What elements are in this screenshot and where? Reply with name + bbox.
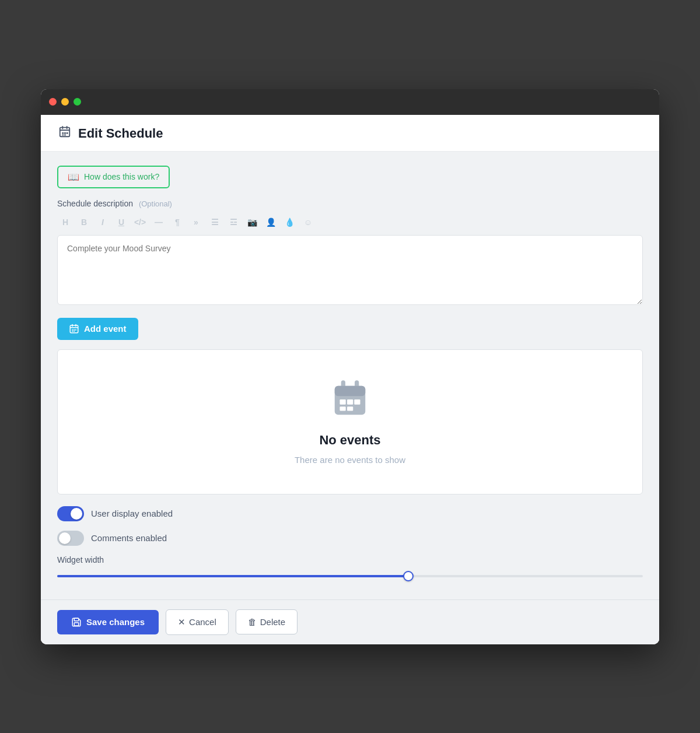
cancel-x-icon: ✕ bbox=[178, 617, 186, 627]
editor-toolbar: H B I U </> — ¶ » ☰ ☲ 📷 👤 💧 ☺ bbox=[57, 214, 643, 235]
bold-button[interactable]: B bbox=[76, 214, 92, 230]
empty-events-panel: No events There are no events to show bbox=[57, 349, 643, 494]
add-event-label: Add event bbox=[84, 324, 127, 334]
user-display-toggle-row: User display enabled bbox=[57, 506, 643, 521]
svg-rect-25 bbox=[354, 399, 360, 405]
titlebar bbox=[41, 89, 659, 115]
ordered-list-button[interactable]: ☲ bbox=[225, 214, 242, 230]
heading-button[interactable]: H bbox=[57, 214, 74, 230]
svg-rect-23 bbox=[340, 399, 346, 405]
help-button-label: How does this work? bbox=[84, 172, 159, 181]
save-button[interactable]: Save changes bbox=[57, 610, 159, 634]
header-calendar-icon bbox=[58, 125, 71, 142]
italic-button[interactable]: I bbox=[94, 214, 111, 230]
user-button[interactable]: 👤 bbox=[262, 214, 279, 230]
svg-rect-26 bbox=[340, 406, 346, 411]
toggles-section: User display enabled Comments enabled Wi… bbox=[57, 494, 643, 588]
slider-fill bbox=[57, 575, 408, 577]
close-dot[interactable] bbox=[49, 98, 57, 106]
page-title: Edit Schedule bbox=[78, 126, 163, 141]
window-body: Edit Schedule 📖 How does this work? Sche… bbox=[41, 115, 659, 644]
description-textarea[interactable] bbox=[57, 235, 643, 305]
cancel-label: Cancel bbox=[189, 617, 216, 627]
slider-thumb[interactable] bbox=[403, 571, 414, 581]
slider-track bbox=[57, 575, 643, 577]
svg-rect-7 bbox=[62, 134, 64, 135]
svg-rect-24 bbox=[347, 399, 353, 405]
user-display-toggle[interactable] bbox=[57, 506, 84, 521]
underline-button[interactable]: U bbox=[113, 214, 130, 230]
svg-rect-16 bbox=[72, 331, 73, 332]
svg-rect-6 bbox=[66, 132, 68, 134]
main-window: Edit Schedule 📖 How does this work? Sche… bbox=[41, 89, 659, 644]
widget-width-label: Widget width bbox=[57, 555, 643, 564]
code-button[interactable]: </> bbox=[132, 214, 148, 230]
color-button[interactable]: 💧 bbox=[281, 214, 298, 230]
blockquote-button[interactable]: » bbox=[188, 214, 204, 230]
svg-rect-8 bbox=[64, 134, 66, 135]
trash-icon: 🗑 bbox=[248, 617, 257, 627]
comments-toggle-row: Comments enabled bbox=[57, 531, 643, 546]
svg-rect-4 bbox=[62, 132, 64, 134]
add-event-calendar-icon bbox=[69, 324, 79, 334]
emoji-button[interactable]: ☺ bbox=[300, 214, 316, 230]
comments-label: Comments enabled bbox=[91, 533, 167, 543]
toggle-knob bbox=[71, 508, 82, 520]
description-label: Schedule description (Optional) bbox=[57, 199, 643, 208]
user-display-label: User display enabled bbox=[91, 508, 173, 518]
cancel-button[interactable]: ✕ Cancel bbox=[166, 609, 229, 635]
list-button[interactable]: ☰ bbox=[206, 214, 223, 230]
content-area: 📖 How does this work? Schedule descripti… bbox=[41, 152, 659, 599]
delete-button[interactable]: 🗑 Delete bbox=[236, 609, 298, 634]
help-button[interactable]: 📖 How does this work? bbox=[57, 166, 170, 188]
svg-rect-22 bbox=[335, 385, 366, 396]
svg-rect-17 bbox=[74, 331, 75, 332]
minimize-dot[interactable] bbox=[61, 98, 69, 106]
no-events-subtitle: There are no events to show bbox=[295, 455, 405, 465]
no-events-title: No events bbox=[319, 433, 380, 448]
image-button[interactable]: 📷 bbox=[244, 214, 260, 230]
page-header: Edit Schedule bbox=[41, 115, 659, 152]
paragraph-button[interactable]: ¶ bbox=[169, 214, 186, 230]
delete-label: Delete bbox=[260, 617, 285, 627]
svg-rect-15 bbox=[75, 329, 76, 330]
divider-button[interactable]: — bbox=[150, 214, 167, 230]
svg-rect-27 bbox=[347, 406, 353, 411]
optional-label: (Optional) bbox=[139, 199, 172, 208]
toggle-knob-comments bbox=[59, 532, 71, 544]
save-label: Save changes bbox=[86, 617, 145, 627]
empty-calendar-icon bbox=[330, 379, 370, 426]
svg-rect-13 bbox=[72, 329, 73, 330]
widget-width-slider-container bbox=[57, 570, 643, 582]
book-icon: 📖 bbox=[68, 171, 79, 183]
footer: Save changes ✕ Cancel 🗑 Delete bbox=[41, 599, 659, 644]
save-icon bbox=[71, 617, 82, 627]
svg-rect-28 bbox=[74, 618, 79, 621]
svg-rect-5 bbox=[64, 132, 66, 134]
svg-rect-14 bbox=[74, 329, 75, 330]
svg-rect-29 bbox=[74, 622, 79, 625]
comments-toggle[interactable] bbox=[57, 531, 84, 546]
maximize-dot[interactable] bbox=[74, 98, 81, 106]
add-event-button[interactable]: Add event bbox=[57, 318, 138, 340]
